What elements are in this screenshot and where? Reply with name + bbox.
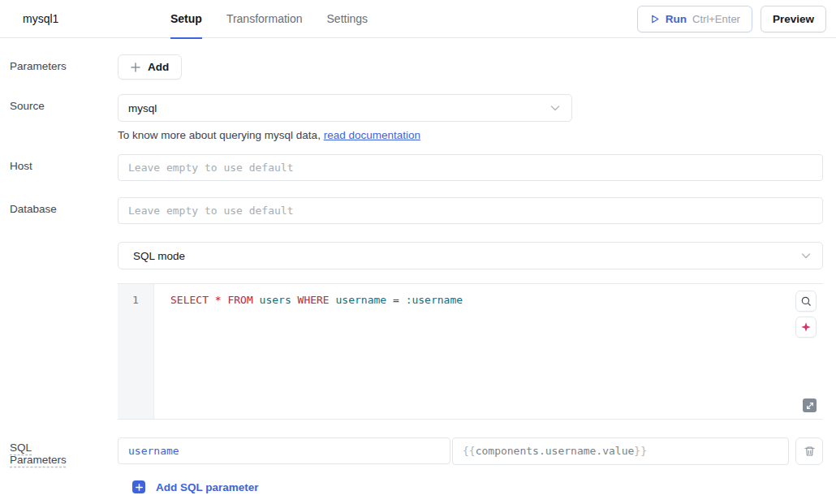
sql-code-editor[interactable]: 1 SELECT * FROM users WHERE username = :…: [118, 283, 823, 420]
source-help-text: To know more about querying mysql data, …: [118, 129, 823, 141]
database-label: Database: [0, 197, 118, 224]
sql-parameter-value-input[interactable]: {{components.username.value}}: [452, 437, 789, 465]
search-icon: [800, 295, 812, 307]
token-operator: =: [393, 294, 399, 306]
sql-mode-row: SQL mode: [0, 242, 836, 269]
parameters-label: Parameters: [0, 54, 118, 80]
tab-settings[interactable]: Settings: [327, 0, 368, 38]
add-parameter-button[interactable]: Add: [118, 54, 182, 80]
sql-mode-selected-value: SQL mode: [133, 250, 185, 262]
token-identifier: users: [260, 294, 291, 306]
sql-mode-select[interactable]: SQL mode: [118, 242, 823, 269]
host-input[interactable]: [118, 154, 823, 181]
ai-assist-button[interactable]: [795, 317, 817, 338]
query-title: mysql1: [23, 12, 170, 25]
preview-button[interactable]: Preview: [761, 6, 826, 32]
source-selected-value: mysql: [128, 102, 157, 114]
delete-parameter-button[interactable]: [795, 437, 823, 465]
plus-icon: [131, 62, 140, 72]
source-row: Source mysql To know more about querying…: [0, 94, 836, 141]
sql-parameter-name-input[interactable]: [118, 437, 450, 464]
query-tabs: Setup Transformation Settings: [170, 0, 368, 38]
close-braces: }}: [634, 445, 647, 457]
parameters-row: Parameters Add: [0, 54, 836, 80]
value-expression: components.username.value: [476, 445, 635, 457]
database-row: Database: [0, 197, 836, 224]
sql-parameters-label: SQL Parameters: [0, 436, 118, 466]
token-identifier: username: [336, 294, 387, 306]
host-row: Host: [0, 154, 836, 181]
query-header: mysql1 Setup Transformation Settings Run…: [0, 0, 836, 38]
add-parameter-label: Add: [148, 61, 169, 73]
read-documentation-link[interactable]: read documentation: [324, 129, 420, 141]
sql-parameters-label-line2: Parameters: [10, 454, 67, 466]
source-select[interactable]: mysql: [118, 94, 572, 122]
run-label: Run: [666, 13, 687, 25]
add-sql-parameter-button[interactable]: Add SQL parameter: [132, 477, 836, 497]
source-label: Source: [0, 94, 118, 141]
tab-setup[interactable]: Setup: [170, 0, 202, 38]
editor-code-area[interactable]: SELECT * FROM users WHERE username = :us…: [154, 284, 823, 419]
token-parameter: :username: [406, 294, 463, 306]
sql-parameters-label-line1: SQL: [10, 442, 32, 454]
editor-toolbar: [795, 291, 817, 338]
editor-gutter: 1: [118, 284, 154, 419]
host-label: Host: [0, 154, 118, 181]
chevron-down-icon: [799, 249, 812, 262]
preview-label: Preview: [773, 13, 814, 25]
token-star: *: [215, 294, 222, 306]
play-icon: [649, 14, 660, 24]
sql-mode-spacer: [0, 242, 118, 269]
token-keyword: SELECT: [170, 294, 209, 306]
token-keyword: FROM: [227, 294, 252, 306]
trash-icon: [804, 445, 816, 458]
tab-transformation[interactable]: Transformation: [226, 0, 303, 38]
database-input[interactable]: [118, 197, 823, 224]
run-shortcut: Ctrl+Enter: [692, 13, 740, 25]
expand-icon: [806, 402, 814, 410]
setup-panel: Parameters Add Source mysql To know more…: [0, 38, 836, 497]
plus-icon: [132, 480, 145, 493]
header-actions: Run Ctrl+Enter Preview: [637, 6, 826, 32]
search-button[interactable]: [795, 291, 817, 312]
run-button[interactable]: Run Ctrl+Enter: [637, 6, 752, 32]
expand-editor-button[interactable]: [803, 398, 817, 412]
add-sql-parameter-label: Add SQL parameter: [156, 481, 259, 493]
code-editor-wrap: 1 SELECT * FROM users WHERE username = :…: [0, 283, 836, 420]
source-help-prefix: To know more about querying mysql data,: [118, 129, 324, 141]
line-number: 1: [132, 294, 139, 306]
open-braces: {{: [463, 445, 476, 457]
ai-sparkle-icon: [800, 321, 812, 333]
token-keyword: WHERE: [298, 294, 330, 306]
sql-parameters-row: SQL Parameters {{components.username.val…: [0, 436, 836, 466]
chevron-down-icon: [549, 101, 562, 114]
